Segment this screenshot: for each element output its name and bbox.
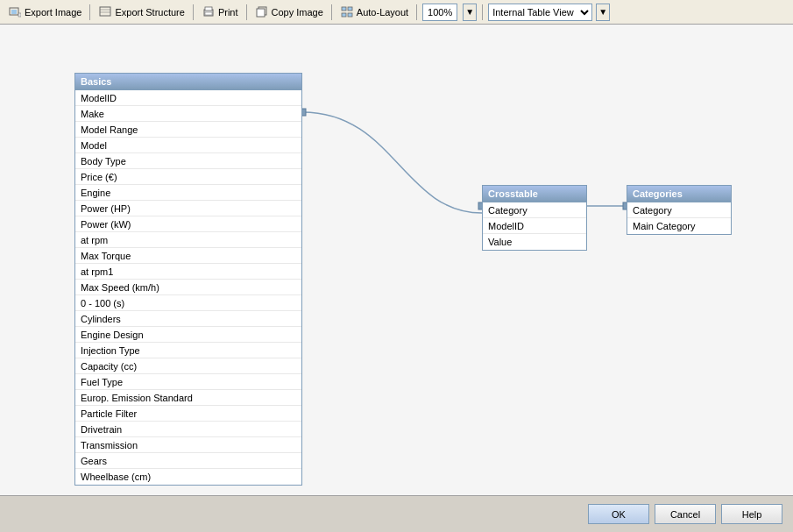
sep1 (89, 4, 90, 20)
table-row[interactable]: Transmission (75, 437, 301, 453)
view-dropdown-button[interactable]: ▼ (596, 4, 610, 21)
table-row[interactable]: ModelID (483, 218, 586, 234)
export-image-button[interactable]: Export Image (5, 4, 84, 20)
table-row[interactable]: Price (€) (75, 169, 301, 185)
export-structure-icon (98, 5, 112, 19)
sep6 (482, 4, 483, 20)
canvas-area: Basics ModelID Make Model Range Model Bo… (0, 25, 793, 495)
view-select[interactable]: Internal Table View External Table View (488, 4, 592, 21)
table-row[interactable]: Engine Design (75, 327, 301, 343)
table-row[interactable]: Injection Type (75, 343, 301, 358)
table-row[interactable]: Category (483, 202, 586, 218)
svg-rect-14 (348, 13, 352, 17)
svg-rect-11 (342, 7, 346, 11)
basics-table-header: Basics (75, 74, 301, 90)
table-row[interactable]: at rpm (75, 232, 301, 248)
bottom-bar: OK Cancel Help (0, 495, 793, 532)
table-row[interactable]: Drivetrain (75, 422, 301, 437)
basics-table-body: ModelID Make Model Range Model Body Type… (75, 90, 301, 485)
sep3 (246, 4, 247, 20)
table-row[interactable]: Cylinders (75, 311, 301, 327)
zoom-dropdown-button[interactable]: ▼ (463, 4, 477, 21)
auto-layout-button[interactable]: Auto-Layout (337, 4, 411, 20)
print-button[interactable]: Print (199, 4, 241, 20)
sep4 (331, 4, 332, 20)
svg-rect-13 (342, 13, 346, 17)
crosstable-header: Crosstable (483, 186, 586, 202)
svg-rect-3 (100, 7, 110, 16)
basics-table[interactable]: Basics ModelID Make Model Range Model Bo… (74, 73, 302, 486)
table-row[interactable]: Europ. Emission Standard (75, 390, 301, 406)
table-row[interactable]: Make (75, 106, 301, 122)
table-row[interactable]: Power (HP) (75, 201, 301, 216)
basics-table-scroll[interactable]: ModelID Make Model Range Model Body Type… (75, 90, 301, 485)
copy-image-button[interactable]: Copy Image (252, 4, 326, 20)
categories-header: Categories (627, 186, 731, 202)
table-row[interactable]: Engine (75, 185, 301, 201)
export-image-icon (8, 5, 22, 19)
svg-rect-7 (205, 7, 212, 11)
cancel-button[interactable]: Cancel (655, 504, 716, 524)
table-row[interactable]: Max Torque (75, 248, 301, 264)
table-row[interactable]: Capacity (cc) (75, 358, 301, 374)
crosstable-table[interactable]: Crosstable Category ModelID Value (482, 185, 587, 251)
ok-button[interactable]: OK (588, 504, 649, 524)
categories-table[interactable]: Categories Category Main Category (627, 185, 732, 235)
print-icon (202, 5, 216, 19)
table-row[interactable]: Wheelbase (cm) (75, 469, 301, 485)
table-row[interactable]: Power (kW) (75, 216, 301, 232)
categories-body: Category Main Category (627, 202, 731, 234)
svg-rect-1 (11, 10, 17, 14)
table-row[interactable]: ModelID (75, 90, 301, 106)
sep2 (193, 4, 194, 20)
table-row[interactable]: Max Speed (km/h) (75, 280, 301, 295)
copy-image-icon (255, 5, 269, 19)
table-row[interactable]: Gears (75, 453, 301, 469)
zoom-input[interactable] (422, 4, 457, 21)
svg-rect-2 (18, 13, 21, 17)
table-row[interactable]: Value (483, 234, 586, 250)
svg-rect-8 (205, 12, 212, 15)
table-row[interactable]: Main Category (627, 218, 731, 234)
svg-rect-12 (348, 7, 352, 11)
table-row[interactable]: Body Type (75, 153, 301, 169)
table-row[interactable]: Category (627, 202, 731, 218)
svg-rect-10 (257, 9, 265, 17)
crosstable-body: Category ModelID Value (483, 202, 586, 250)
sep5 (416, 4, 417, 20)
toolbar: Export Image Export Structure Print (0, 0, 793, 25)
table-row[interactable]: at rpm1 (75, 264, 301, 280)
table-row[interactable]: Model (75, 138, 301, 153)
table-row[interactable]: Fuel Type (75, 374, 301, 390)
table-row[interactable]: Particle Filter (75, 406, 301, 422)
table-row[interactable]: 0 - 100 (s) (75, 295, 301, 311)
export-structure-button[interactable]: Export Structure (96, 4, 187, 20)
help-button[interactable]: Help (721, 504, 782, 524)
auto-layout-icon (340, 5, 354, 19)
table-row[interactable]: Model Range (75, 122, 301, 138)
